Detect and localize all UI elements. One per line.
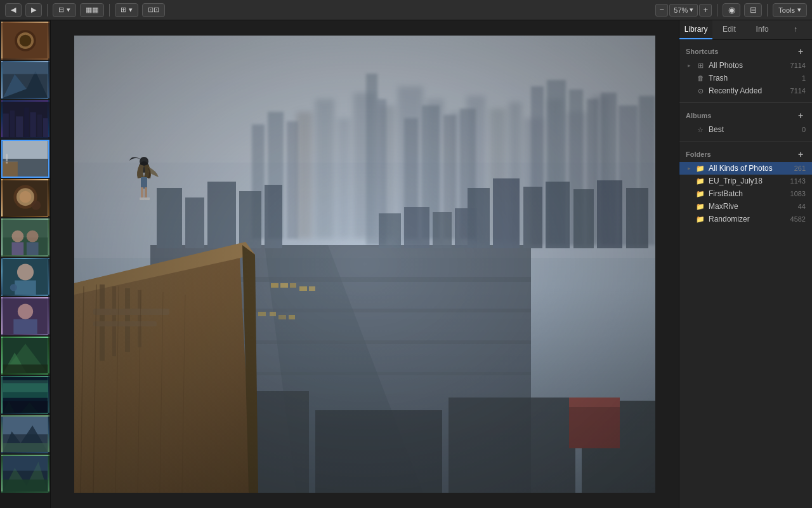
folders-add-button[interactable]: +	[796, 149, 806, 159]
sidebar-item-eu-trip[interactable]: ▸ 📁 EU_Trip_July18 1143	[679, 175, 812, 187]
divider-1	[679, 102, 812, 103]
tab-share[interactable]: ↑	[779, 20, 812, 39]
shortcuts-label: Shortcuts	[686, 48, 718, 55]
list-item[interactable]	[1, 337, 49, 375]
svg-rect-10	[10, 110, 15, 137]
list-item[interactable]	[1, 376, 49, 414]
sidebar-item-randomizer[interactable]: ▸ 📁 Randomizer 4582	[679, 213, 812, 225]
svg-rect-28	[3, 237, 48, 255]
svg-rect-41	[3, 298, 48, 334]
sidebar-item-all-photos[interactable]: ▸ ⊞ All Photos 7114	[679, 59, 812, 72]
sidebar-item-maxrive[interactable]: ▸ 📁 MaxRive 44	[679, 200, 812, 213]
trash-count: 1	[802, 74, 806, 82]
tab-info[interactable]: Info	[746, 20, 779, 39]
photos-icon: ⊞	[696, 61, 705, 70]
all-photos-count: 7114	[790, 62, 806, 69]
svg-rect-13	[30, 112, 36, 137]
folders-section: Folders + ▸ 📁 All Kinds of Photos 261 ▸ …	[679, 143, 812, 229]
sidebar: Library Edit Info ↑ Shortcuts + ▸ ⊞ All …	[679, 20, 812, 508]
folder-icon-eu: 📁	[696, 177, 705, 185]
zoom-plus-button[interactable]: +	[699, 4, 712, 17]
list-item[interactable]	[1, 61, 49, 99]
trash-label: Trash	[709, 74, 798, 83]
svg-rect-154	[74, 36, 655, 493]
recently-added-count: 7114	[790, 87, 806, 95]
svg-rect-14	[37, 115, 42, 137]
back-icon: ◀	[11, 6, 16, 14]
separator-4	[767, 4, 768, 17]
content-area	[51, 20, 679, 508]
main-layout: Library Edit Info ↑ Shortcuts + ▸ ⊞ All …	[0, 20, 812, 508]
eye-icon: ◉	[728, 5, 735, 15]
view-arrow: ▾	[129, 6, 133, 14]
maxrive-count: 44	[798, 203, 806, 210]
best-count: 0	[802, 126, 806, 133]
layout-button[interactable]: ⊟ ▾	[53, 3, 76, 17]
folders-header: Folders +	[679, 147, 812, 162]
preview-button[interactable]: ◉	[723, 3, 740, 17]
zoom-control: − 57% ▾ +	[655, 4, 712, 17]
forward-icon: ▶	[31, 6, 36, 14]
svg-point-35	[17, 264, 34, 280]
info-button[interactable]: ⊡⊡	[142, 3, 165, 17]
sidebar-item-recently-added[interactable]: ▸ ⊙ Recently Added 7114	[679, 84, 812, 97]
albums-add-button[interactable]: +	[796, 110, 806, 121]
all-kinds-label: All Kinds of Photos	[709, 164, 790, 173]
svg-point-29	[12, 231, 24, 243]
separator-3	[717, 4, 717, 17]
zoom-value-display[interactable]: 57% ▾	[669, 4, 698, 17]
tools-button[interactable]: Tools ▾	[773, 3, 807, 17]
best-label: Best	[709, 125, 798, 134]
sidebar-item-trash[interactable]: ▸ 🗑 Trash 1	[679, 72, 812, 84]
list-item[interactable]	[1, 218, 49, 257]
sidebar-item-first-batch[interactable]: ▸ 📁 FirstBatch 1083	[679, 187, 812, 200]
layout-arrow: ▾	[67, 6, 70, 14]
divider-2	[679, 141, 812, 142]
view-mode-button[interactable]: ⊞ ▾	[115, 3, 138, 17]
eu-trip-count: 1143	[790, 177, 806, 185]
list-item[interactable]	[1, 22, 49, 60]
tools-label: Tools	[778, 6, 795, 14]
randomizer-count: 4582	[790, 215, 806, 223]
split-view-button[interactable]: ⊟	[744, 3, 762, 17]
albums-header: Albums +	[679, 108, 812, 123]
svg-point-3	[20, 35, 32, 47]
folder-icon-rand: 📁	[696, 215, 705, 224]
grid-icon: ▦▦	[86, 6, 98, 14]
list-item[interactable]	[1, 415, 49, 453]
svg-rect-31	[12, 242, 24, 255]
svg-point-37	[10, 284, 17, 291]
list-item[interactable]	[1, 140, 49, 178]
folder-icon-allkinds: 📁	[696, 164, 705, 173]
svg-rect-59	[3, 456, 48, 471]
sidebar-item-best[interactable]: ▸ ☆ Best 0	[679, 123, 812, 136]
list-item[interactable]	[1, 455, 49, 493]
list-item[interactable]	[1, 100, 49, 138]
zoom-minus-button[interactable]: −	[655, 4, 668, 17]
filmstrip[interactable]	[0, 20, 51, 508]
svg-rect-9	[3, 114, 9, 137]
shortcuts-add-button[interactable]: +	[796, 46, 806, 57]
svg-rect-11	[16, 116, 23, 137]
all-photos-label: All Photos	[709, 61, 787, 70]
zoom-percent: 57%	[674, 6, 688, 14]
tools-arrow-icon: ▾	[797, 6, 801, 14]
tab-edit[interactable]: Edit	[712, 20, 745, 39]
shortcuts-header: Shortcuts +	[679, 44, 812, 59]
svg-rect-19	[3, 162, 18, 177]
tab-library[interactable]: Library	[679, 20, 712, 39]
separator-2	[109, 4, 110, 17]
forward-button[interactable]: ▶	[25, 3, 42, 17]
grid-button[interactable]: ▦▦	[80, 3, 104, 17]
list-item[interactable]	[1, 179, 49, 217]
view-icon: ⊞	[121, 6, 126, 14]
list-item[interactable]	[1, 297, 49, 335]
albums-label: Albums	[686, 112, 711, 119]
sidebar-item-all-kinds[interactable]: ▸ 📁 All Kinds of Photos 261	[679, 162, 812, 175]
list-item[interactable]	[1, 258, 49, 296]
back-button[interactable]: ◀	[5, 3, 22, 17]
toolbar: ◀ ▶ ⊟ ▾ ▦▦ ⊞ ▾ ⊡⊡ − 57% ▾ + ◉ ⊟	[0, 0, 812, 20]
svg-point-26	[31, 201, 41, 210]
folder-icon-mr: 📁	[696, 202, 705, 211]
svg-point-25	[20, 191, 32, 203]
